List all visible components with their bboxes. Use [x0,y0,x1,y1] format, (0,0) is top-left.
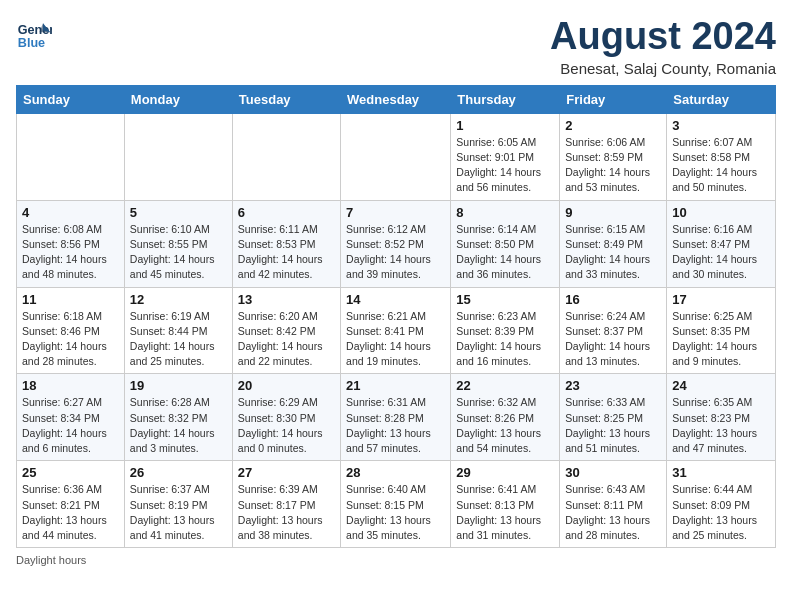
calendar-cell [341,113,451,200]
calendar-cell: 7Sunrise: 6:12 AM Sunset: 8:52 PM Daylig… [341,200,451,287]
week-row-3: 11Sunrise: 6:18 AM Sunset: 8:46 PM Dayli… [17,287,776,374]
calendar-cell: 27Sunrise: 6:39 AM Sunset: 8:17 PM Dayli… [232,461,340,548]
day-detail: Sunrise: 6:43 AM Sunset: 8:11 PM Dayligh… [565,482,661,543]
day-detail: Sunrise: 6:21 AM Sunset: 8:41 PM Dayligh… [346,309,445,370]
day-number: 11 [22,292,119,307]
day-detail: Sunrise: 6:12 AM Sunset: 8:52 PM Dayligh… [346,222,445,283]
day-number: 30 [565,465,661,480]
calendar-cell: 1Sunrise: 6:05 AM Sunset: 9:01 PM Daylig… [451,113,560,200]
day-number: 2 [565,118,661,133]
calendar-cell: 15Sunrise: 6:23 AM Sunset: 8:39 PM Dayli… [451,287,560,374]
day-number: 23 [565,378,661,393]
day-number: 24 [672,378,770,393]
day-detail: Sunrise: 6:08 AM Sunset: 8:56 PM Dayligh… [22,222,119,283]
weekday-header-wednesday: Wednesday [341,85,451,113]
day-number: 5 [130,205,227,220]
day-number: 22 [456,378,554,393]
day-number: 26 [130,465,227,480]
day-number: 8 [456,205,554,220]
calendar-cell: 16Sunrise: 6:24 AM Sunset: 8:37 PM Dayli… [560,287,667,374]
day-number: 12 [130,292,227,307]
day-detail: Sunrise: 6:25 AM Sunset: 8:35 PM Dayligh… [672,309,770,370]
day-detail: Sunrise: 6:11 AM Sunset: 8:53 PM Dayligh… [238,222,335,283]
day-number: 15 [456,292,554,307]
calendar-cell: 29Sunrise: 6:41 AM Sunset: 8:13 PM Dayli… [451,461,560,548]
day-detail: Sunrise: 6:44 AM Sunset: 8:09 PM Dayligh… [672,482,770,543]
day-detail: Sunrise: 6:07 AM Sunset: 8:58 PM Dayligh… [672,135,770,196]
day-number: 25 [22,465,119,480]
day-number: 9 [565,205,661,220]
calendar-cell: 13Sunrise: 6:20 AM Sunset: 8:42 PM Dayli… [232,287,340,374]
day-number: 10 [672,205,770,220]
weekday-header-monday: Monday [124,85,232,113]
day-number: 29 [456,465,554,480]
calendar-cell: 8Sunrise: 6:14 AM Sunset: 8:50 PM Daylig… [451,200,560,287]
calendar-cell: 9Sunrise: 6:15 AM Sunset: 8:49 PM Daylig… [560,200,667,287]
calendar-cell: 20Sunrise: 6:29 AM Sunset: 8:30 PM Dayli… [232,374,340,461]
day-number: 16 [565,292,661,307]
calendar-cell: 25Sunrise: 6:36 AM Sunset: 8:21 PM Dayli… [17,461,125,548]
weekday-header-friday: Friday [560,85,667,113]
day-detail: Sunrise: 6:27 AM Sunset: 8:34 PM Dayligh… [22,395,119,456]
calendar-cell [124,113,232,200]
day-detail: Sunrise: 6:05 AM Sunset: 9:01 PM Dayligh… [456,135,554,196]
day-number: 1 [456,118,554,133]
day-number: 14 [346,292,445,307]
svg-text:Blue: Blue [18,36,45,50]
calendar-cell: 5Sunrise: 6:10 AM Sunset: 8:55 PM Daylig… [124,200,232,287]
calendar-cell: 21Sunrise: 6:31 AM Sunset: 8:28 PM Dayli… [341,374,451,461]
day-number: 18 [22,378,119,393]
day-number: 6 [238,205,335,220]
day-detail: Sunrise: 6:31 AM Sunset: 8:28 PM Dayligh… [346,395,445,456]
calendar-cell: 19Sunrise: 6:28 AM Sunset: 8:32 PM Dayli… [124,374,232,461]
day-number: 13 [238,292,335,307]
calendar-table: SundayMondayTuesdayWednesdayThursdayFrid… [16,85,776,548]
calendar-cell: 31Sunrise: 6:44 AM Sunset: 8:09 PM Dayli… [667,461,776,548]
weekday-header-thursday: Thursday [451,85,560,113]
weekday-header-tuesday: Tuesday [232,85,340,113]
title-block: August 2024 Benesat, Salaj County, Roman… [550,16,776,77]
day-detail: Sunrise: 6:39 AM Sunset: 8:17 PM Dayligh… [238,482,335,543]
day-detail: Sunrise: 6:19 AM Sunset: 8:44 PM Dayligh… [130,309,227,370]
day-detail: Sunrise: 6:15 AM Sunset: 8:49 PM Dayligh… [565,222,661,283]
day-number: 19 [130,378,227,393]
day-number: 4 [22,205,119,220]
day-detail: Sunrise: 6:24 AM Sunset: 8:37 PM Dayligh… [565,309,661,370]
calendar-cell: 4Sunrise: 6:08 AM Sunset: 8:56 PM Daylig… [17,200,125,287]
day-detail: Sunrise: 6:40 AM Sunset: 8:15 PM Dayligh… [346,482,445,543]
day-detail: Sunrise: 6:10 AM Sunset: 8:55 PM Dayligh… [130,222,227,283]
calendar-cell [232,113,340,200]
week-row-5: 25Sunrise: 6:36 AM Sunset: 8:21 PM Dayli… [17,461,776,548]
day-detail: Sunrise: 6:35 AM Sunset: 8:23 PM Dayligh… [672,395,770,456]
weekday-header-sunday: Sunday [17,85,125,113]
calendar-title: August 2024 [550,16,776,58]
week-row-2: 4Sunrise: 6:08 AM Sunset: 8:56 PM Daylig… [17,200,776,287]
calendar-cell: 30Sunrise: 6:43 AM Sunset: 8:11 PM Dayli… [560,461,667,548]
calendar-cell: 17Sunrise: 6:25 AM Sunset: 8:35 PM Dayli… [667,287,776,374]
day-number: 3 [672,118,770,133]
week-row-1: 1Sunrise: 6:05 AM Sunset: 9:01 PM Daylig… [17,113,776,200]
day-number: 27 [238,465,335,480]
calendar-cell: 6Sunrise: 6:11 AM Sunset: 8:53 PM Daylig… [232,200,340,287]
calendar-cell: 10Sunrise: 6:16 AM Sunset: 8:47 PM Dayli… [667,200,776,287]
day-detail: Sunrise: 6:32 AM Sunset: 8:26 PM Dayligh… [456,395,554,456]
day-detail: Sunrise: 6:33 AM Sunset: 8:25 PM Dayligh… [565,395,661,456]
day-number: 31 [672,465,770,480]
day-detail: Sunrise: 6:41 AM Sunset: 8:13 PM Dayligh… [456,482,554,543]
day-detail: Sunrise: 6:14 AM Sunset: 8:50 PM Dayligh… [456,222,554,283]
calendar-cell: 24Sunrise: 6:35 AM Sunset: 8:23 PM Dayli… [667,374,776,461]
footer-note: Daylight hours [16,554,776,566]
calendar-cell: 14Sunrise: 6:21 AM Sunset: 8:41 PM Dayli… [341,287,451,374]
calendar-cell: 18Sunrise: 6:27 AM Sunset: 8:34 PM Dayli… [17,374,125,461]
day-number: 28 [346,465,445,480]
calendar-cell: 28Sunrise: 6:40 AM Sunset: 8:15 PM Dayli… [341,461,451,548]
calendar-cell: 2Sunrise: 6:06 AM Sunset: 8:59 PM Daylig… [560,113,667,200]
day-detail: Sunrise: 6:16 AM Sunset: 8:47 PM Dayligh… [672,222,770,283]
day-number: 21 [346,378,445,393]
day-number: 17 [672,292,770,307]
calendar-cell: 11Sunrise: 6:18 AM Sunset: 8:46 PM Dayli… [17,287,125,374]
calendar-cell: 12Sunrise: 6:19 AM Sunset: 8:44 PM Dayli… [124,287,232,374]
day-detail: Sunrise: 6:20 AM Sunset: 8:42 PM Dayligh… [238,309,335,370]
page-header: General Blue August 2024 Benesat, Salaj … [16,16,776,77]
logo: General Blue [16,16,52,52]
